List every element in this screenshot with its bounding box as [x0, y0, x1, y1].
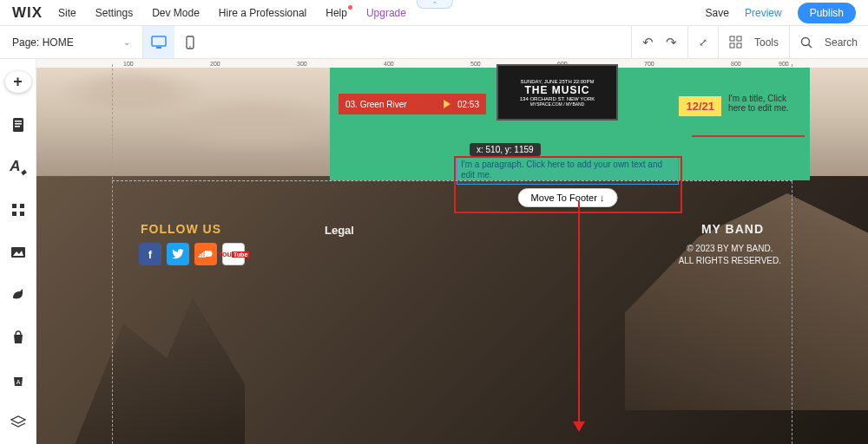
device-switcher	[143, 26, 206, 58]
divider-line	[692, 135, 805, 137]
annotation-arrow	[578, 201, 580, 427]
preview-button[interactable]: Preview	[745, 7, 782, 19]
chevron-down-icon: ⌄	[123, 37, 130, 47]
left-sidebar: + A◆ A	[0, 59, 36, 444]
menu-help[interactable]: Help	[326, 7, 347, 19]
desktop-icon	[151, 36, 167, 49]
top-right-actions: Save Preview Publish	[706, 3, 856, 23]
track-time: 02:53	[457, 100, 479, 109]
svg-rect-14	[12, 204, 16, 208]
desktop-view-button[interactable]	[143, 26, 174, 58]
svg-point-3	[189, 46, 191, 48]
store-panel-button[interactable]	[6, 327, 30, 347]
svg-rect-15	[20, 204, 24, 208]
main-menu: Site Settings Dev Mode Hire a Profession…	[58, 7, 347, 19]
upgrade-link[interactable]: Upgrade	[366, 7, 406, 19]
twitter-icon[interactable]	[167, 243, 189, 265]
layers-panel-button[interactable]	[6, 412, 30, 432]
social-icons: f YouTube	[139, 243, 245, 265]
svg-point-8	[801, 37, 809, 45]
save-button[interactable]: Save	[706, 7, 729, 19]
media-panel-button[interactable]	[6, 242, 30, 262]
toolbar-right: ↶ ↷ ⤢ Tools Search	[631, 26, 868, 58]
menu-settings[interactable]: Settings	[95, 7, 133, 19]
annotation-highlight	[454, 156, 682, 213]
svg-rect-6	[730, 43, 734, 48]
editor-canvas[interactable]: 100 200 300 400 500 600 700 800 900 03. …	[36, 59, 868, 444]
title-placeholder[interactable]: I'm a title, Click here to edit me.	[728, 94, 805, 113]
mobile-icon	[186, 36, 194, 49]
collapse-handle[interactable]: ⌃	[417, 0, 453, 9]
apps-panel-button[interactable]	[6, 199, 30, 219]
svg-marker-21	[11, 416, 25, 423]
music-player[interactable]: 03. Green River 02:53	[339, 94, 486, 114]
blog-panel-button[interactable]	[6, 284, 30, 304]
svg-line-9	[808, 44, 812, 48]
tools-label: Tools	[754, 36, 779, 49]
search-group[interactable]: Search	[789, 26, 868, 58]
pages-panel-button[interactable]	[6, 115, 30, 135]
publish-button[interactable]: Publish	[798, 3, 856, 23]
zoom-out-button[interactable]: ⤢	[699, 36, 707, 49]
mobile-view-button[interactable]	[174, 26, 206, 58]
add-element-button[interactable]: +	[5, 71, 31, 93]
svg-rect-0	[152, 36, 166, 46]
svg-rect-11	[15, 121, 22, 122]
youtube-icon[interactable]: YouTube	[222, 243, 245, 265]
play-icon[interactable]	[444, 100, 450, 108]
svg-rect-7	[737, 43, 741, 48]
svg-rect-10	[13, 118, 23, 132]
menu-devmode[interactable]: Dev Mode	[152, 7, 200, 19]
content-section[interactable]: 03. Green River 02:53 SUNDAY, JUNE 25TH …	[330, 68, 810, 180]
event-poster[interactable]: SUNDAY, JUNE 25TH 22:00PM THE MUSIC 134 …	[496, 64, 618, 121]
svg-rect-5	[737, 36, 741, 41]
top-menubar: ⌃ WIX Site Settings Dev Mode Hire a Prof…	[0, 0, 868, 26]
track-title: 03. Green River	[345, 100, 407, 109]
svg-text:A: A	[16, 379, 20, 385]
page-selector[interactable]: Page: HOME ⌄	[0, 26, 143, 58]
tools-icon	[729, 36, 742, 49]
zoom-group: ⤢	[687, 26, 718, 58]
band-name[interactable]: MY BAND	[701, 222, 764, 236]
poster-title: THE MUSIC	[500, 84, 615, 96]
svg-rect-13	[15, 126, 20, 127]
redo-button[interactable]: ↷	[666, 35, 677, 50]
bookings-panel-button[interactable]: A	[6, 369, 30, 389]
undo-redo-group: ↶ ↷	[631, 26, 687, 58]
svg-rect-16	[12, 212, 16, 216]
tools-group[interactable]: Tools	[718, 26, 789, 58]
wix-logo: WIX	[12, 4, 43, 22]
poster-link: MYSPACE.COM / MYBAND	[500, 101, 615, 107]
search-label: Search	[825, 36, 858, 49]
legal-link[interactable]: Legal	[325, 224, 354, 237]
menu-site[interactable]: Site	[58, 7, 76, 19]
svg-rect-1	[156, 47, 161, 49]
page-label: Page: HOME	[12, 36, 74, 49]
design-panel-button[interactable]: A◆	[6, 157, 30, 177]
svg-rect-12	[15, 123, 22, 125]
svg-rect-4	[730, 36, 734, 41]
svg-rect-18	[11, 247, 25, 258]
svg-rect-17	[20, 212, 24, 216]
follow-heading[interactable]: FOLLOW US	[141, 222, 221, 236]
annotation-arrow-head	[573, 421, 585, 432]
undo-button[interactable]: ↶	[642, 35, 654, 50]
soundcloud-icon[interactable]	[194, 243, 217, 265]
date-badge[interactable]: 12/21	[679, 96, 721, 116]
search-icon	[800, 36, 812, 49]
page-toolbar: Page: HOME ⌄ ↶ ↷ ⤢ Tools Search	[0, 26, 868, 59]
section-divider	[112, 180, 792, 181]
copyright-text: © 2023 BY MY BAND. ALL RIGHTS RESERVED.	[679, 243, 781, 267]
menu-hire[interactable]: Hire a Professional	[219, 7, 306, 19]
position-tooltip: x: 510, y: 1159	[470, 143, 541, 156]
facebook-icon[interactable]: f	[139, 243, 161, 265]
